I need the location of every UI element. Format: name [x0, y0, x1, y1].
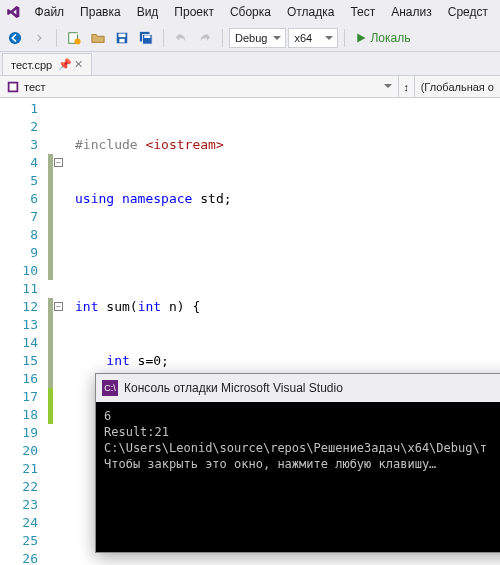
vs-logo-icon [6, 3, 21, 21]
undo-button[interactable] [170, 27, 192, 49]
global-label: (Глобальная о [421, 81, 494, 93]
svg-rect-4 [119, 33, 126, 37]
separator [163, 29, 164, 47]
global-scope[interactable]: (Глобальная о [415, 76, 500, 97]
nav-swap-button[interactable]: ↕ [399, 76, 415, 97]
menu-debug[interactable]: Отладка [279, 3, 342, 21]
menu-build[interactable]: Сборка [222, 3, 279, 21]
console-title-label: Консоль отладки Microsoft Visual Studio [124, 381, 343, 395]
collapse-icon[interactable]: − [54, 158, 63, 167]
debug-console-window[interactable]: C:\ Консоль отладки Microsoft Visual Stu… [95, 373, 500, 553]
console-output: 6Result:21C:\Users\Leonid\source\repos\Р… [96, 402, 500, 552]
close-icon[interactable]: ✕ [74, 58, 83, 71]
nav-back-button[interactable] [4, 27, 26, 49]
play-icon [355, 32, 367, 44]
save-all-button[interactable] [135, 27, 157, 49]
menu-view[interactable]: Вид [129, 3, 167, 21]
collapse-icon[interactable]: − [54, 302, 63, 311]
toolbar: Debug x64 Локаль [0, 24, 500, 52]
swap-icon: ↕ [403, 81, 409, 93]
project-icon [6, 80, 20, 94]
tab-filename: тест.cpp [11, 59, 52, 71]
platform-dropdown[interactable]: x64 [288, 28, 338, 48]
start-debug-button[interactable]: Локаль [355, 31, 410, 45]
menu-analyze[interactable]: Анализ [383, 3, 440, 21]
scope-label: тест [24, 81, 46, 93]
open-button[interactable] [87, 27, 109, 49]
console-titlebar[interactable]: C:\ Консоль отладки Microsoft Visual Stu… [96, 374, 500, 402]
menubar: Файл Правка Вид Проект Сборка Отладка Те… [0, 0, 500, 24]
separator [56, 29, 57, 47]
menu-project[interactable]: Проект [166, 3, 222, 21]
menu-tools[interactable]: Средст [440, 3, 496, 21]
svg-point-0 [9, 31, 21, 43]
line-number-gutter: 1234567891011121314151617181920212223242… [0, 98, 48, 565]
config-dropdown[interactable]: Debug [229, 28, 286, 48]
navbar: тест ↕ (Глобальная о [0, 76, 500, 98]
separator [222, 29, 223, 47]
console-icon: C:\ [102, 380, 118, 396]
nav-fwd-button[interactable] [28, 27, 50, 49]
svg-point-2 [74, 38, 80, 44]
menu-file[interactable]: Файл [27, 3, 73, 21]
pin-icon[interactable]: 📌 [58, 58, 68, 71]
svg-rect-8 [144, 35, 150, 38]
separator [344, 29, 345, 47]
start-label: Локаль [370, 31, 410, 45]
redo-button[interactable] [194, 27, 216, 49]
tab-row: тест.cpp 📌 ✕ [0, 52, 500, 76]
scope-dropdown[interactable]: тест [0, 76, 399, 97]
svg-rect-10 [10, 83, 17, 90]
save-button[interactable] [111, 27, 133, 49]
svg-rect-5 [119, 38, 124, 42]
new-item-button[interactable] [63, 27, 85, 49]
menu-test[interactable]: Тест [342, 3, 383, 21]
menu-edit[interactable]: Правка [72, 3, 129, 21]
tab-file[interactable]: тест.cpp 📌 ✕ [2, 53, 92, 75]
outline-margin[interactable]: − − [53, 98, 71, 565]
